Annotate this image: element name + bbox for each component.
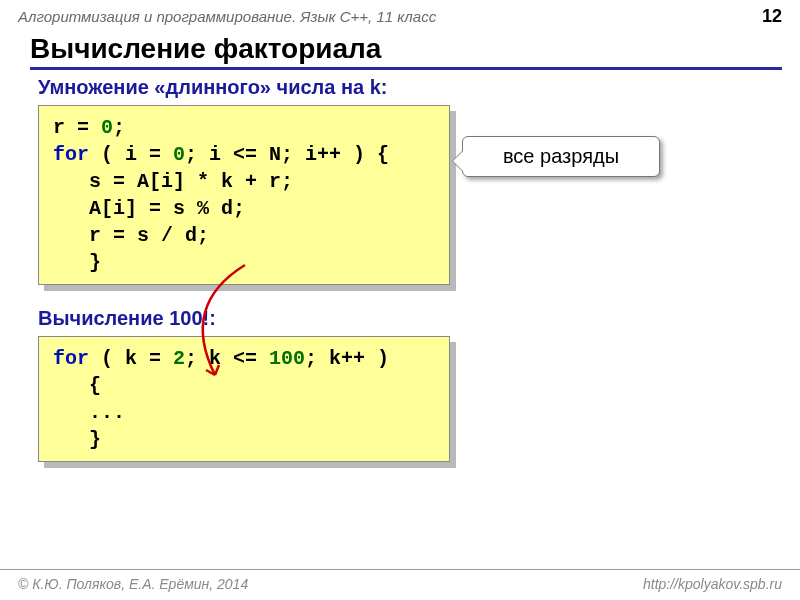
codebox-factorial: for ( k = 2; k <= 100; k++ ) { ... } — [38, 336, 450, 462]
slide-title: Вычисление факториала — [30, 33, 782, 70]
callout-all-digits: все разряды — [462, 136, 660, 177]
footer-copyright: © К.Ю. Поляков, Е.А. Ерёмин, 2014 — [18, 576, 248, 592]
course-title: Алгоритмизация и программирование. Язык … — [18, 8, 436, 25]
header-bar: Алгоритмизация и программирование. Язык … — [0, 0, 800, 31]
page-number: 12 — [762, 6, 782, 27]
footer-bar: © К.Ю. Поляков, Е.А. Ерёмин, 2014 http:/… — [0, 569, 800, 600]
footer-url: http://kpolyakov.spb.ru — [643, 576, 782, 592]
section1-heading: Умножение «длинного» числа на k: — [38, 76, 800, 99]
codebox-multiply: r = 0; for ( i = 0; i <= N; i++ ) { s = … — [38, 105, 450, 285]
callout-text: все разряды — [503, 145, 619, 167]
section2-heading: Вычисление 100!: — [38, 307, 800, 330]
